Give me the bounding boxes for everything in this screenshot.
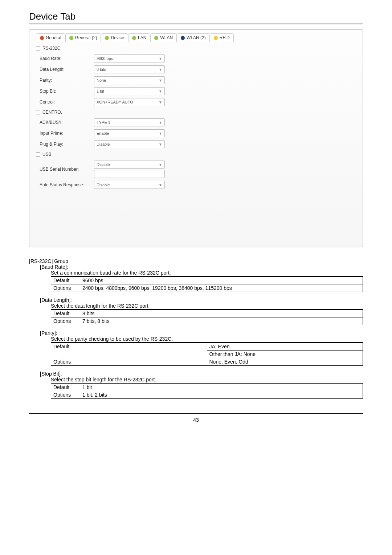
- table-cell: Options: [51, 391, 80, 399]
- tab-label: WLAN: [160, 35, 173, 40]
- doc-table-data-length: Default 8 bits Options 7 bits, 8 bits: [51, 309, 363, 325]
- auto-status-select[interactable]: Disable ▼: [94, 181, 165, 189]
- table-cell: Default: [51, 343, 207, 358]
- data-length-select[interactable]: 8 bits ▼: [94, 65, 165, 73]
- table-cell: 7 bits, 8 bits: [80, 317, 363, 325]
- select-value: Disable: [97, 142, 110, 146]
- tab-label: RFID: [220, 35, 230, 40]
- table-cell: Options: [51, 317, 80, 325]
- doc-param-desc: Select the stop bit length for the RS-23…: [51, 377, 363, 383]
- section-title: CENTRO.: [42, 110, 62, 115]
- page-number: 43: [193, 417, 199, 423]
- input-prime-label: Input Prime:: [36, 131, 94, 136]
- tab-lan[interactable]: LAN: [128, 33, 150, 42]
- doc-table-baud-rate: Default 9600 bps Options 2400 bps, 4800b…: [51, 276, 363, 292]
- table-cell: None, Even, Odd: [207, 358, 363, 366]
- tabs-bar: General General (2) Device LAN WLAN WLAN…: [36, 33, 356, 42]
- control-label: Control:: [36, 100, 94, 105]
- doc-group-heading: [RS-232C] Group: [29, 258, 363, 264]
- status-dot-icon: [69, 36, 73, 40]
- chevron-down-icon: ▼: [159, 183, 162, 187]
- data-length-label: Data Length:: [36, 67, 94, 72]
- plug-play-select[interactable]: Disable ▼: [94, 140, 165, 148]
- page-footer: 43: [29, 413, 363, 423]
- parity-select[interactable]: None ▼: [94, 76, 165, 84]
- select-value: 9600 bps: [97, 56, 113, 61]
- section-usb: USB USB Serial Number: Disable ▼ Auto St…: [36, 152, 356, 190]
- input-prime-select[interactable]: Enable ▼: [94, 129, 165, 137]
- usb-serial-label: USB Serial Number:: [36, 167, 94, 172]
- doc-section: [RS-232C] Group [Baud Rate]: Set a commu…: [29, 258, 363, 399]
- chevron-down-icon: ▼: [159, 131, 162, 135]
- page-title: Device Tab: [29, 11, 363, 24]
- control-select[interactable]: XON+READY AUTO ▼: [94, 98, 165, 106]
- plug-play-label: Plug & Play:: [36, 142, 94, 147]
- chevron-down-icon: ▼: [159, 163, 162, 167]
- table-cell: 2400 bps, 4800bps, 9600 bps, 19200 bps, …: [80, 284, 363, 292]
- doc-table-parity: Default JA: Even Other than JA: None Opt…: [51, 343, 363, 366]
- select-value: Disable: [97, 183, 110, 187]
- panel-spacer: [36, 192, 356, 243]
- table-cell: Options: [51, 284, 80, 292]
- chevron-down-icon: ▼: [159, 57, 162, 61]
- tab-wlan-2[interactable]: WLAN (2): [177, 33, 210, 42]
- tab-label: General: [46, 35, 61, 40]
- section-checkbox[interactable]: [36, 152, 40, 157]
- tab-general-2[interactable]: General (2): [65, 33, 101, 42]
- section-checkbox[interactable]: [36, 46, 40, 50]
- table-cell: Default: [51, 384, 80, 391]
- select-value: None: [97, 78, 106, 82]
- doc-param-label: [Data Length]:: [40, 297, 363, 303]
- chevron-down-icon: ▼: [159, 121, 162, 125]
- table-cell: JA: Even: [207, 343, 363, 351]
- tab-wlan[interactable]: WLAN: [150, 33, 177, 42]
- doc-param-desc: Set a communication baud rate for the RS…: [51, 270, 363, 276]
- tab-label: General (2): [75, 35, 97, 40]
- section-title: RS-232C: [42, 46, 60, 51]
- table-cell: Other than JA: None: [207, 351, 363, 358]
- usb-serial-display: [94, 170, 165, 178]
- baud-rate-select[interactable]: 9600 bps ▼: [94, 54, 165, 62]
- tab-rfid[interactable]: RFID: [210, 33, 234, 42]
- doc-table-stop-bit: Default 1 bit Options 1 bit, 2 bits: [51, 383, 363, 399]
- table-cell: 9600 bps: [80, 277, 363, 284]
- status-dot-icon: [214, 36, 218, 40]
- select-value: XON+READY AUTO: [97, 100, 133, 104]
- auto-status-label: Auto Status Response:: [36, 182, 94, 187]
- status-dot-icon: [181, 36, 185, 40]
- doc-param-label: [Parity]:: [40, 330, 363, 336]
- section-rs232c: RS-232C Baud Rate: 9600 bps ▼ Data Lengt…: [36, 46, 356, 108]
- status-dot-icon: [105, 36, 109, 40]
- select-value: 1 bit: [97, 89, 104, 93]
- baud-rate-label: Baud Rate:: [36, 56, 94, 61]
- select-value: Disable: [97, 162, 110, 167]
- select-value: TYPE 1: [97, 120, 110, 125]
- usb-serial-select[interactable]: Disable ▼: [94, 161, 165, 169]
- section-title: USB: [42, 152, 52, 157]
- tab-general[interactable]: General: [36, 33, 65, 42]
- chevron-down-icon: ▼: [159, 100, 162, 104]
- table-cell: Default: [51, 310, 80, 317]
- ack-busy-label: ACK/BUSY:: [36, 120, 94, 125]
- parity-label: Parity:: [36, 78, 94, 83]
- doc-param-label: [Baud Rate]:: [40, 264, 363, 270]
- tab-label: Device: [111, 35, 124, 40]
- table-cell: Default: [51, 277, 80, 284]
- select-value: 8 bits: [97, 67, 106, 72]
- section-checkbox[interactable]: [36, 110, 40, 114]
- device-panel: General General (2) Device LAN WLAN WLAN…: [29, 29, 363, 247]
- tab-device[interactable]: Device: [101, 33, 128, 42]
- doc-param-label: [Stop Bit]:: [40, 371, 363, 377]
- tab-label: LAN: [138, 35, 146, 40]
- stop-bit-select[interactable]: 1 bit ▼: [94, 87, 165, 95]
- chevron-down-icon: ▼: [159, 142, 162, 146]
- ack-busy-select[interactable]: TYPE 1 ▼: [94, 118, 165, 126]
- table-cell: Options: [51, 358, 207, 366]
- table-cell: 1 bit: [80, 384, 363, 391]
- status-dot-icon: [154, 36, 158, 40]
- chevron-down-icon: ▼: [159, 68, 162, 72]
- select-value: Enable: [97, 131, 109, 135]
- chevron-down-icon: ▼: [159, 78, 162, 82]
- doc-param-desc: Select the parity checking to be used by…: [51, 336, 363, 343]
- table-cell: 1 bit, 2 bits: [80, 391, 363, 399]
